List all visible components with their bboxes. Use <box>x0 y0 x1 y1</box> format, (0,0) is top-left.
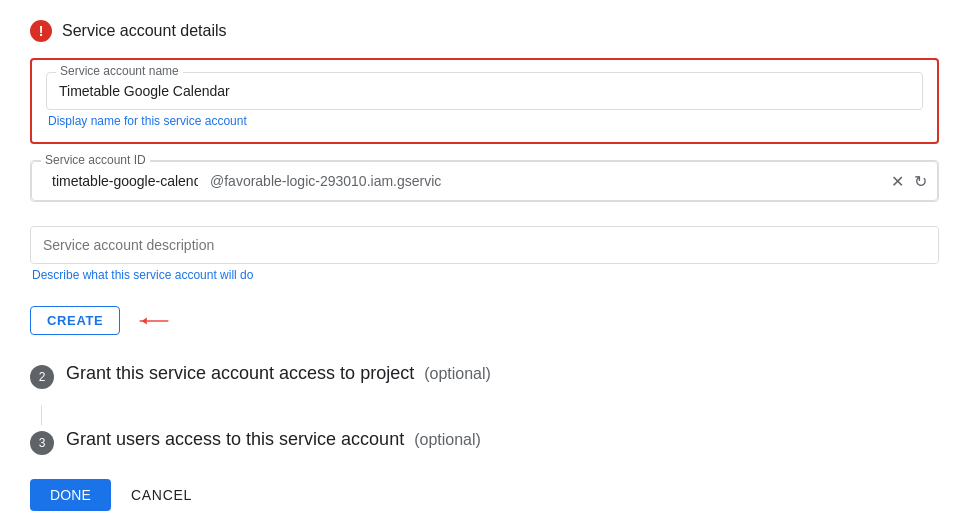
name-field-label: Service account name <box>56 64 183 78</box>
step-connector <box>41 405 42 425</box>
id-field-group: Service account ID @favorable-logic-2930… <box>30 160 939 202</box>
refresh-id-button[interactable]: ↻ <box>912 170 929 193</box>
name-field-hint: Display name for this service account <box>46 114 923 128</box>
cancel-button[interactable]: CANCEL <box>127 479 196 511</box>
id-suffix: @favorable-logic-293010.iam.gservic <box>210 173 889 189</box>
service-account-id-input[interactable] <box>40 163 210 199</box>
section-1-header: ! Service account details <box>30 20 939 42</box>
done-button[interactable]: DONE <box>30 479 111 511</box>
error-icon: ! <box>30 20 52 42</box>
step-2-header: 2 Grant this service account access to p… <box>30 363 939 389</box>
step-2-optional: (optional) <box>424 365 491 382</box>
description-field-hint: Describe what this service account will … <box>30 268 939 282</box>
service-account-description-input[interactable] <box>31 227 938 263</box>
create-section: CREATE <box>30 306 939 335</box>
bottom-actions: DONE CANCEL <box>30 479 939 511</box>
name-field-container: Service account name Display name for th… <box>30 58 939 144</box>
name-field-group: Service account name <box>46 72 923 110</box>
step-3-title: Grant users access to this service accou… <box>66 429 481 450</box>
step-2-title: Grant this service account access to pro… <box>66 363 491 384</box>
id-field-section: Service account ID @favorable-logic-2930… <box>30 160 939 202</box>
step-3-optional: (optional) <box>414 431 481 448</box>
id-input-wrapper: @favorable-logic-293010.iam.gservic ✕ ↻ <box>31 161 938 201</box>
step-2-circle: 2 <box>30 365 54 389</box>
description-field-section: Describe what this service account will … <box>30 226 939 282</box>
clear-id-button[interactable]: ✕ <box>889 170 906 193</box>
step-3-section: 3 Grant users access to this service acc… <box>30 429 939 455</box>
step-3-header: 3 Grant users access to this service acc… <box>30 429 939 455</box>
svg-marker-1 <box>142 317 147 324</box>
id-actions: ✕ ↻ <box>889 170 929 193</box>
step-2-section: 2 Grant this service account access to p… <box>30 363 939 389</box>
section-title: Service account details <box>62 22 227 40</box>
arrow-indicator <box>136 311 172 331</box>
step-3-circle: 3 <box>30 431 54 455</box>
id-field-label: Service account ID <box>41 153 150 167</box>
create-button[interactable]: CREATE <box>30 306 120 335</box>
description-field-group <box>30 226 939 264</box>
